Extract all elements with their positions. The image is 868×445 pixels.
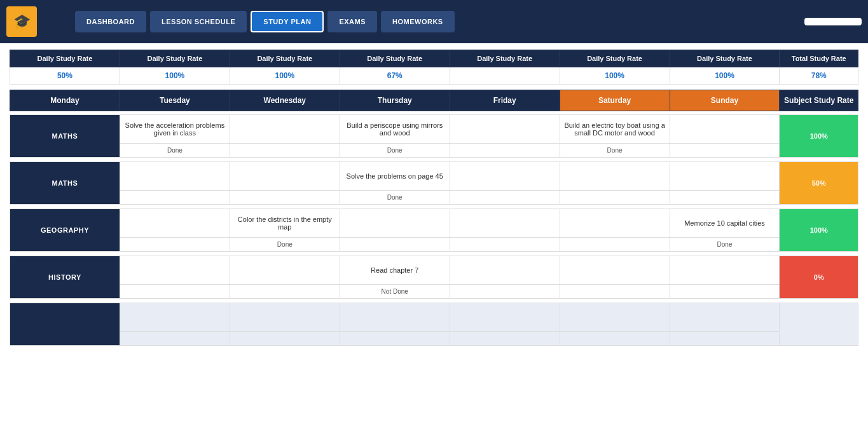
task-cell-1-1 bbox=[120, 162, 230, 191]
status-row-2: DoneDone bbox=[10, 238, 858, 252]
rate-header-6: Daily Study Rate bbox=[670, 50, 780, 67]
status-cell-3-6 bbox=[670, 285, 780, 299]
task-cell-1-6 bbox=[670, 162, 780, 191]
task-cell-3-4 bbox=[450, 256, 560, 285]
status-cell-4-6 bbox=[670, 332, 780, 346]
task-cell-0-2 bbox=[230, 115, 340, 144]
task-cell-0-5: Build an electric toy boat using a small… bbox=[560, 115, 670, 144]
nav-tab-dashboard[interactable]: DASHBOARD bbox=[75, 11, 146, 32]
nav-tab-study-plan[interactable]: STUDY PLAN bbox=[251, 11, 324, 32]
status-cell-0-2 bbox=[230, 144, 340, 158]
status-cell-1-4 bbox=[450, 191, 560, 205]
task-cell-0-4 bbox=[450, 115, 560, 144]
task-cell-3-3: Read chapter 7 bbox=[340, 256, 450, 285]
task-cell-4-2 bbox=[230, 303, 340, 332]
subject-table-3: HISTORYRead chapter 70%Not Done bbox=[10, 256, 858, 299]
status-cell-3-1 bbox=[120, 285, 230, 299]
subject-table-4 bbox=[10, 303, 858, 346]
rate-value-5: 100% bbox=[560, 67, 670, 85]
status-cell-1-3: Done bbox=[340, 191, 450, 205]
task-cell-3-5 bbox=[560, 256, 670, 285]
task-cell-3-2 bbox=[230, 256, 340, 285]
task-cell-4-4 bbox=[450, 303, 560, 332]
rate-header-section: Daily Study RateDaily Study RateDaily St… bbox=[10, 50, 858, 85]
task-cell-1-4 bbox=[450, 162, 560, 191]
task-cell-3-1 bbox=[120, 256, 230, 285]
rate-value-6: 100% bbox=[670, 67, 780, 85]
subject-table-0: MATHSSolve the acceleration problems giv… bbox=[10, 114, 858, 158]
rate-value-7: 78% bbox=[780, 67, 858, 85]
nav-tab-exams[interactable]: EXAMS bbox=[327, 11, 377, 32]
task-cell-4-1 bbox=[120, 303, 230, 332]
nav-tab-lesson-schedule[interactable]: LESSON SCHEDULE bbox=[150, 11, 247, 32]
task-cell-2-4 bbox=[450, 209, 560, 238]
task-cell-3-6 bbox=[670, 256, 780, 285]
subject-label-0: MATHS bbox=[10, 115, 120, 158]
rate-value-3: 67% bbox=[340, 67, 450, 85]
task-cell-0-6 bbox=[670, 115, 780, 144]
task-cell-2-3 bbox=[340, 209, 450, 238]
day-header-subject-study-rate: Subject Study Rate bbox=[780, 90, 858, 111]
day-header-saturday: Saturday bbox=[560, 90, 670, 111]
task-cell-2-6: Memorize 10 capital cities bbox=[670, 209, 780, 238]
status-cell-1-1 bbox=[120, 191, 230, 205]
day-header-tuesday: Tuesday bbox=[120, 90, 230, 111]
rate-header-row: Daily Study RateDaily Study RateDaily St… bbox=[10, 50, 858, 67]
status-cell-1-2 bbox=[230, 191, 340, 205]
rate-header-7: Total Study Rate bbox=[780, 50, 858, 67]
subject-rate-0: 100% bbox=[780, 115, 858, 158]
task-cell-1-3: Solve the problems on page 45 bbox=[340, 162, 450, 191]
status-cell-0-4 bbox=[450, 144, 560, 158]
subject-rate-2: 100% bbox=[780, 209, 858, 252]
day-header-sunday: Sunday bbox=[670, 90, 780, 111]
rate-value-1: 100% bbox=[120, 67, 230, 85]
status-row-4 bbox=[10, 332, 858, 346]
subject-rate-3: 0% bbox=[780, 256, 858, 299]
subject-label-4 bbox=[10, 303, 120, 346]
task-cell-0-3: Build a periscope using mirrors and wood bbox=[340, 115, 450, 144]
status-cell-4-4 bbox=[450, 332, 560, 346]
task-row-2: GEOGRAPHYColor the districts in the empt… bbox=[10, 209, 858, 238]
status-cell-4-5 bbox=[560, 332, 670, 346]
day-header-monday: Monday bbox=[10, 90, 120, 111]
rate-header-table: Daily Study RateDaily Study RateDaily St… bbox=[10, 50, 858, 85]
status-cell-2-5 bbox=[560, 238, 670, 252]
status-cell-3-3: Not Done bbox=[340, 285, 450, 299]
task-row-3: HISTORYRead chapter 70% bbox=[10, 256, 858, 285]
subject-label-1: MATHS bbox=[10, 162, 120, 205]
day-header-wednesday: Wednesday bbox=[230, 90, 340, 111]
status-cell-0-1: Done bbox=[120, 144, 230, 158]
rate-value-2: 100% bbox=[230, 67, 340, 85]
status-cell-3-5 bbox=[560, 285, 670, 299]
rate-header-3: Daily Study Rate bbox=[340, 50, 450, 67]
task-row-4 bbox=[10, 303, 858, 332]
subjects-container: MATHSSolve the acceleration problems giv… bbox=[10, 114, 858, 346]
status-row-1: Done bbox=[10, 191, 858, 205]
status-cell-1-6 bbox=[670, 191, 780, 205]
status-cell-0-6 bbox=[670, 144, 780, 158]
status-row-0: DoneDoneDone bbox=[10, 144, 858, 158]
status-cell-1-5 bbox=[560, 191, 670, 205]
nav-tab-homeworks[interactable]: HOMEWORKS bbox=[381, 11, 455, 32]
status-row-3: Not Done bbox=[10, 285, 858, 299]
status-cell-4-3 bbox=[340, 332, 450, 346]
subject-table-2: GEOGRAPHYColor the districts in the empt… bbox=[10, 209, 858, 252]
status-cell-2-2: Done bbox=[230, 238, 340, 252]
task-cell-2-2: Color the districts in the empty map bbox=[230, 209, 340, 238]
rate-header-1: Daily Study Rate bbox=[120, 50, 230, 67]
logo-icon: 🎓 bbox=[6, 6, 37, 37]
rate-value-0: 50% bbox=[10, 67, 120, 85]
status-cell-2-1 bbox=[120, 238, 230, 252]
rate-value-4 bbox=[450, 67, 560, 85]
app-header: 🎓 DASHBOARDLESSON SCHEDULESTUDY PLANEXAM… bbox=[0, 0, 868, 43]
days-header-row: MondayTuesdayWednesdayThursdayFridaySatu… bbox=[10, 90, 858, 111]
task-cell-2-1 bbox=[120, 209, 230, 238]
task-row-1: MATHSSolve the problems on page 4550% bbox=[10, 162, 858, 191]
task-row-0: MATHSSolve the acceleration problems giv… bbox=[10, 115, 858, 144]
rate-header-2: Daily Study Rate bbox=[230, 50, 340, 67]
status-cell-3-4 bbox=[450, 285, 560, 299]
day-header-thursday: Thursday bbox=[340, 90, 450, 111]
status-cell-0-5: Done bbox=[560, 144, 670, 158]
subject-rate-1: 50% bbox=[780, 162, 858, 205]
task-cell-4-3 bbox=[340, 303, 450, 332]
